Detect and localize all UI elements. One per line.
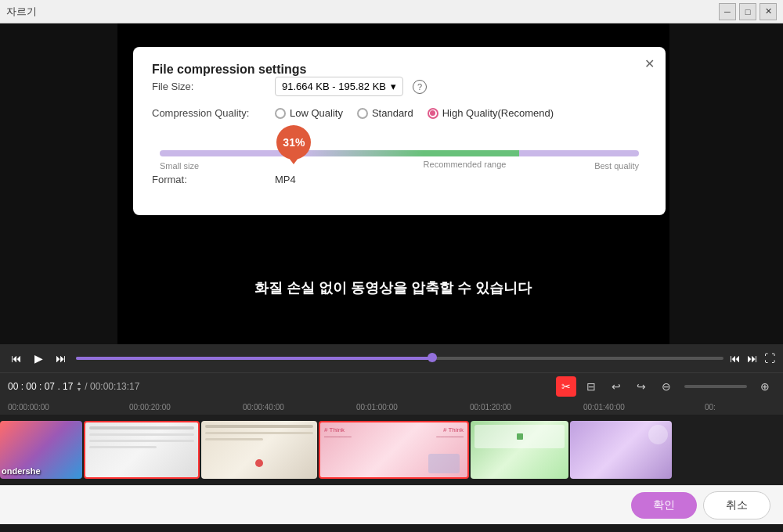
undo-button[interactable]: ↩ — [606, 376, 626, 397]
format-row: Format: MP4 — [152, 174, 647, 185]
skip-back-button[interactable]: ⏮ — [730, 352, 741, 365]
total-time: / 00:00:13:17 — [85, 381, 139, 392]
file-size-value: 91.664 KB - 195.82 KB — [282, 81, 386, 92]
progress-fill — [76, 357, 432, 360]
quality-label-high: High Quality(Recomend) — [442, 107, 554, 119]
ruler-tick-2: 00:00:40:00 — [243, 403, 284, 412]
progress-thumb — [428, 353, 437, 362]
clip-4[interactable]: # Think ─────── # Think ─────── — [319, 421, 469, 479]
delete-button[interactable]: ⊟ — [581, 376, 601, 397]
radio-circle-low — [275, 108, 286, 119]
quality-option-high[interactable]: High Quality(Recomend) — [428, 107, 554, 119]
clip-6[interactable] — [570, 421, 672, 479]
zoom-out-button[interactable]: ⊖ — [656, 376, 677, 397]
skip-forward-button[interactable]: ⏭ — [747, 352, 758, 365]
right-panel — [669, 23, 783, 344]
confirm-button[interactable]: 확인 — [631, 492, 697, 519]
format-value: MP4 — [275, 174, 296, 185]
left-panel — [0, 23, 117, 344]
dialog-title: File compression settings — [152, 63, 306, 76]
dropdown-arrow-icon: ▾ — [391, 81, 396, 92]
radio-circle-standard — [357, 108, 368, 119]
timeline-ruler: 00:00:00:00 00:00:20:00 00:00:40:00 00:0… — [0, 399, 783, 415]
ruler-tick-3: 00:01:00:00 — [356, 403, 398, 412]
ruler-tick-1: 00:00:20:00 — [129, 403, 171, 412]
maximize-button[interactable]: □ — [739, 3, 756, 20]
current-time: 00 : 00 : 07 . 17 — [8, 381, 73, 392]
prev-frame-button[interactable]: ⏮ — [8, 350, 25, 366]
progress-track[interactable] — [76, 357, 723, 360]
ruler-tick-4: 00:01:20:00 — [470, 403, 511, 412]
clip-5[interactable] — [471, 421, 568, 479]
zoom-in-button[interactable]: ⊕ — [755, 376, 775, 397]
compression-dialog: File compression settings ✕ File Size: 9… — [133, 47, 666, 215]
quality-option-standard[interactable]: Standard — [357, 107, 413, 119]
time-display: 00 : 00 : 07 . 17 ▲ ▼ / 00:00:13:17 — [8, 380, 139, 392]
window-controls: ─ □ ✕ — [719, 3, 777, 20]
quality-slider-container: 31% Recommended range Small size Best qu… — [152, 150, 647, 171]
slider-value-bubble: 31% — [276, 125, 311, 160]
small-size-label: Small size — [160, 161, 199, 171]
video-panel: File compression settings ✕ File Size: 9… — [117, 23, 669, 344]
toolbar-bar: 00 : 00 : 07 . 17 ▲ ▼ / 00:00:13:17 ✂ ⊟ … — [0, 372, 783, 399]
play-button[interactable]: ▶ — [31, 350, 46, 366]
slider-thumb: 31% — [276, 125, 311, 160]
quality-label-low: Low Quality — [290, 107, 343, 119]
quality-label-standard: Standard — [372, 107, 413, 119]
time-up-arrow[interactable]: ▲ — [76, 380, 81, 386]
video-subtitle: 화질 손실 없이 동영상을 압축할 수 있습니다 — [254, 279, 532, 297]
radio-circle-high — [428, 108, 438, 119]
close-window-button[interactable]: ✕ — [760, 3, 777, 20]
recommended-range-label: Recommended range — [424, 160, 507, 169]
compression-quality-row: Compression Quality: Low Quality Standar… — [152, 107, 647, 119]
ruler-tick-5: 00:01:40:00 — [583, 403, 625, 412]
clip-1[interactable]: ondershe — [0, 421, 82, 479]
slider-labels: Small size Best quality — [160, 161, 639, 171]
minimize-button[interactable]: ─ — [719, 3, 736, 20]
help-icon[interactable]: ? — [413, 80, 427, 94]
ruler-tick-6: 00: — [705, 403, 716, 412]
ruler-tick-0: 00:00:00:00 — [8, 403, 49, 412]
timeline-area: 00:00:00:00 00:00:20:00 00:00:40:00 00:0… — [0, 399, 783, 485]
file-size-row: File Size: 91.664 KB - 195.82 KB ▾ ? — [152, 77, 647, 96]
playback-bar: ⏮ ▶ ⏭ ⏮ ⏭ ⛶ — [0, 344, 783, 372]
clip-3[interactable] — [201, 421, 317, 479]
cut-button[interactable]: ✂ — [556, 376, 576, 397]
file-size-dropdown[interactable]: 91.664 KB - 195.82 KB ▾ — [275, 77, 403, 96]
file-size-label: File Size: — [152, 81, 265, 92]
quality-option-low[interactable]: Low Quality — [275, 107, 343, 119]
dialog-close-button[interactable]: ✕ — [644, 56, 655, 71]
next-frame-button[interactable]: ⏭ — [52, 350, 70, 366]
title-bar: 자르기 ─ □ ✕ — [0, 0, 783, 23]
bottom-bar: 확인 취소 — [0, 485, 783, 524]
fullscreen-button[interactable]: ⛶ — [764, 352, 775, 365]
time-arrows[interactable]: ▲ ▼ — [76, 380, 81, 392]
time-down-arrow[interactable]: ▼ — [76, 386, 81, 392]
format-label: Format: — [152, 174, 265, 185]
main-video-area: File compression settings ✕ File Size: 9… — [0, 23, 783, 344]
redo-button[interactable]: ↪ — [631, 376, 651, 397]
clip-2[interactable] — [84, 421, 200, 479]
cancel-button[interactable]: 취소 — [703, 491, 770, 519]
quality-slider-track[interactable]: 31% Recommended range — [160, 150, 639, 156]
zoom-slider[interactable] — [684, 385, 747, 388]
quality-radio-group: Low Quality Standard High Quality(Recome… — [275, 107, 554, 119]
compression-quality-label: Compression Quality: — [152, 107, 265, 119]
app-title: 자르기 — [6, 5, 37, 19]
best-quality-label: Best quality — [594, 161, 639, 171]
timeline-track: ondershe # Think ─────── # Think ─────── — [0, 415, 783, 485]
